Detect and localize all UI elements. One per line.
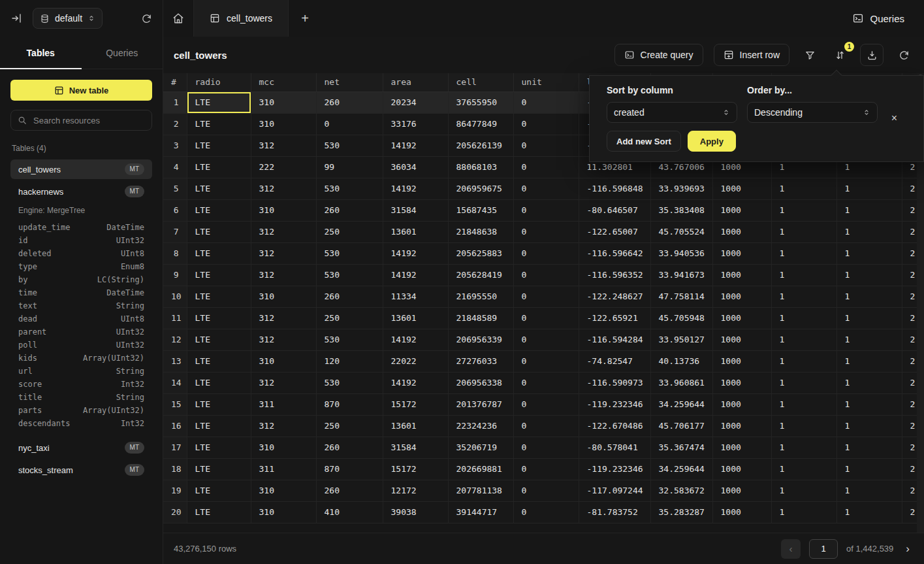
data-cell[interactable]: 205628419	[448, 264, 513, 286]
data-cell[interactable]: 0	[513, 372, 579, 393]
data-cell[interactable]: LTE	[187, 458, 251, 480]
home-tab-button[interactable]	[163, 0, 193, 37]
data-cell[interactable]: 1	[771, 329, 836, 350]
data-cell[interactable]: 27276033	[448, 350, 513, 372]
data-cell[interactable]: 1	[836, 199, 902, 221]
data-cell[interactable]: 312	[251, 178, 316, 199]
data-cell[interactable]: 45.705524	[650, 221, 712, 242]
data-cell[interactable]: 33.960861	[650, 372, 712, 393]
data-cell[interactable]: -80.646507	[579, 199, 650, 221]
data-cell[interactable]: 1	[836, 350, 902, 372]
data-cell[interactable]: 35.283287	[650, 501, 712, 523]
sidebar-item-stocks_stream[interactable]: stocks_streamMT	[10, 460, 152, 480]
data-cell[interactable]: 205625883	[448, 242, 513, 264]
queries-button[interactable]: Queries	[848, 12, 908, 25]
create-query-button[interactable]: Create query	[614, 44, 703, 66]
sort-button[interactable]: 1	[830, 45, 850, 65]
column-header-index[interactable]: #	[163, 73, 187, 91]
data-cell[interactable]: 12172	[383, 480, 448, 501]
data-cell[interactable]: 34.259644	[650, 393, 712, 415]
page-number-input[interactable]	[809, 539, 838, 559]
data-cell[interactable]: 260	[316, 480, 383, 501]
data-cell[interactable]: LTE	[187, 393, 251, 415]
data-cell[interactable]: 0	[513, 501, 579, 523]
data-cell[interactable]: 1000	[712, 178, 771, 199]
data-cell[interactable]: 206956339	[448, 329, 513, 350]
data-cell[interactable]: 14192	[383, 264, 448, 286]
data-cell[interactable]: 530	[316, 329, 383, 350]
data-cell[interactable]: LTE	[187, 178, 251, 199]
insert-row-button[interactable]: Insert row	[714, 44, 789, 66]
data-cell[interactable]: 530	[316, 135, 383, 156]
row-number-cell[interactable]: 2	[163, 113, 187, 135]
data-cell[interactable]: 0	[513, 437, 579, 458]
tab-cell-towers[interactable]: cell_towers	[193, 0, 289, 37]
data-cell[interactable]: 1000	[712, 372, 771, 393]
data-cell[interactable]: 1	[836, 415, 902, 437]
data-cell[interactable]: 35.367474	[650, 437, 712, 458]
data-cell[interactable]: LTE	[187, 329, 251, 350]
data-cell[interactable]: 0	[513, 199, 579, 221]
data-cell[interactable]: 11334	[383, 286, 448, 307]
data-cell[interactable]: 1	[836, 437, 902, 458]
data-cell[interactable]: 1	[836, 221, 902, 242]
data-cell[interactable]: -74.82547	[579, 350, 650, 372]
data-cell[interactable]: 0	[513, 178, 579, 199]
data-cell[interactable]: 1	[771, 480, 836, 501]
row-number-cell[interactable]: 15	[163, 393, 187, 415]
data-cell[interactable]: 312	[251, 307, 316, 329]
data-cell[interactable]: 260	[316, 286, 383, 307]
data-cell[interactable]: 0	[513, 113, 579, 135]
data-cell[interactable]: 530	[316, 178, 383, 199]
data-cell[interactable]: 0	[513, 415, 579, 437]
data-cell[interactable]: -122.248627	[579, 286, 650, 307]
data-cell[interactable]: 37655950	[448, 91, 513, 113]
data-cell[interactable]: 15172	[383, 393, 448, 415]
data-cell[interactable]: -117.097244	[579, 480, 650, 501]
data-cell[interactable]: 14192	[383, 372, 448, 393]
data-cell[interactable]: 250	[316, 307, 383, 329]
data-cell[interactable]: 1	[771, 415, 836, 437]
data-cell[interactable]: 1000	[712, 221, 771, 242]
data-cell[interactable]: 0	[316, 113, 383, 135]
data-cell[interactable]: -116.596352	[579, 264, 650, 286]
filter-button[interactable]	[800, 45, 820, 65]
data-cell[interactable]: -122.65921	[579, 307, 650, 329]
sort-column-select[interactable]: created	[607, 102, 737, 123]
data-cell[interactable]: -81.783752	[579, 501, 650, 523]
column-header-unit[interactable]: unit	[513, 73, 579, 91]
row-number-cell[interactable]: 3	[163, 135, 187, 156]
data-cell[interactable]: LTE	[187, 242, 251, 264]
download-button[interactable]	[860, 44, 884, 66]
data-cell[interactable]: 31584	[383, 437, 448, 458]
data-cell[interactable]: 1000	[712, 199, 771, 221]
data-cell[interactable]: 312	[251, 264, 316, 286]
data-cell[interactable]: 201376787	[448, 393, 513, 415]
data-cell[interactable]: 99	[316, 156, 383, 178]
row-number-cell[interactable]: 19	[163, 480, 187, 501]
data-cell[interactable]: 120	[316, 350, 383, 372]
data-cell[interactable]: 1000	[712, 437, 771, 458]
data-cell[interactable]: 1	[771, 242, 836, 264]
apply-sort-button[interactable]: Apply	[688, 131, 736, 152]
data-cell[interactable]: 39144717	[448, 501, 513, 523]
data-cell[interactable]: 1	[771, 286, 836, 307]
data-cell[interactable]: 45.706177	[650, 415, 712, 437]
data-cell[interactable]: 1000	[712, 242, 771, 264]
data-cell[interactable]: 310	[251, 286, 316, 307]
data-cell[interactable]: 31584	[383, 199, 448, 221]
row-number-cell[interactable]: 12	[163, 329, 187, 350]
data-cell[interactable]: 0	[513, 242, 579, 264]
data-cell[interactable]: 310	[251, 480, 316, 501]
data-cell[interactable]: 530	[316, 264, 383, 286]
data-cell[interactable]: 47.758114	[650, 286, 712, 307]
data-cell[interactable]: 312	[251, 242, 316, 264]
data-cell[interactable]: 1	[771, 458, 836, 480]
data-cell[interactable]: LTE	[187, 307, 251, 329]
data-cell[interactable]: 1	[771, 178, 836, 199]
data-cell[interactable]: LTE	[187, 135, 251, 156]
data-cell[interactable]: 530	[316, 372, 383, 393]
data-cell[interactable]: LTE	[187, 156, 251, 178]
row-number-cell[interactable]: 10	[163, 286, 187, 307]
row-number-cell[interactable]: 16	[163, 415, 187, 437]
